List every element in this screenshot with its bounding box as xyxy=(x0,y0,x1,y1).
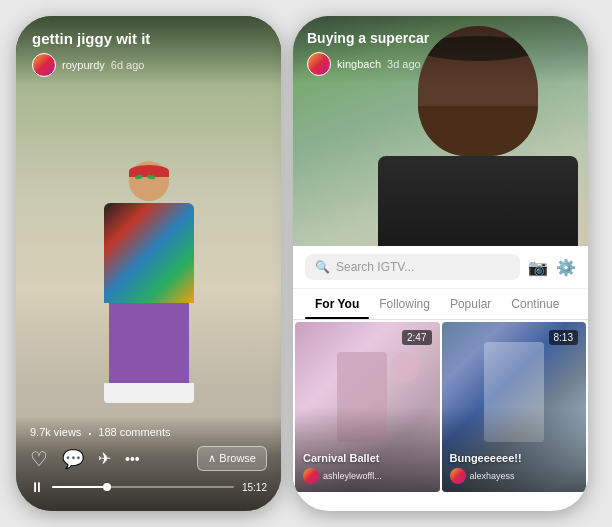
browse-chevron: ∧ xyxy=(208,452,219,464)
left-bottom-bar: 9.7k views • 188 comments ♡ 💬 ✈ ••• ∧ Br… xyxy=(16,416,281,511)
browse-button[interactable]: ∧ Browse xyxy=(197,446,267,471)
right-user-row: kingbach 3d ago xyxy=(307,52,574,76)
pause-icon[interactable]: ⏸ xyxy=(30,479,44,495)
right-top-bar: Buying a supercar kingbach 3d ago xyxy=(293,16,588,84)
search-bar: 🔍 Search IGTV... 📷 ⚙️ xyxy=(293,246,588,289)
browse-label: Browse xyxy=(219,452,256,464)
search-input-wrap[interactable]: 🔍 Search IGTV... xyxy=(305,254,520,280)
actions-row: ♡ 💬 ✈ ••• ∧ Browse xyxy=(30,446,267,471)
comments-count: 188 comments xyxy=(98,426,170,438)
card-2-username: alexhayess xyxy=(470,471,515,481)
views-count: 9.7k views xyxy=(30,426,81,438)
right-hero: Buying a supercar kingbach 3d ago xyxy=(293,16,588,246)
card-1-user-row: ashleylewoffl... xyxy=(303,468,432,484)
right-username: kingbach xyxy=(337,58,381,70)
phone-right: Buying a supercar kingbach 3d ago 🔍 Sear… xyxy=(293,16,588,511)
share-icon[interactable]: ✈ xyxy=(98,449,111,468)
left-user-row: roypurdy 6d ago xyxy=(32,53,265,77)
card-1-duration: 2:47 xyxy=(402,330,431,345)
comment-icon[interactable]: 💬 xyxy=(62,448,84,470)
tabs-row: For You Following Popular Continue xyxy=(293,289,588,320)
left-avatar xyxy=(32,53,56,77)
card-1-bottom: Carnival Ballet ashleylewoffl... xyxy=(295,444,440,492)
videos-grid: 2:47 Carnival Ballet ashleylewoffl... 8: xyxy=(293,320,588,494)
progress-fill xyxy=(52,486,107,488)
left-top-bar: gettin jiggy wit it roypurdy 6d ago xyxy=(16,16,281,85)
separator: • xyxy=(88,429,91,438)
camera-icon[interactable]: 📷 xyxy=(528,258,548,277)
card-1-username: ashleylewoffl... xyxy=(323,471,382,481)
video-card-2[interactable]: 8:13 Bungeeeeee!! alexhayess xyxy=(442,322,587,492)
progress-bar-container: ⏸ 15:12 xyxy=(30,479,267,495)
card-2-avatar xyxy=(450,468,466,484)
header-icons: 📷 ⚙️ xyxy=(528,258,576,277)
card-2-title: Bungeeeeee!! xyxy=(450,452,579,464)
tab-continue[interactable]: Continue xyxy=(501,289,569,319)
right-video-title: Buying a supercar xyxy=(307,30,574,46)
card-2-bottom: Bungeeeeee!! alexhayess xyxy=(442,444,587,492)
video-card-1[interactable]: 2:47 Carnival Ballet ashleylewoffl... xyxy=(295,322,440,492)
igtv-content: 🔍 Search IGTV... 📷 ⚙️ For You Following … xyxy=(293,246,588,494)
settings-icon[interactable]: ⚙️ xyxy=(556,258,576,277)
search-placeholder: Search IGTV... xyxy=(336,260,414,274)
action-icons: ♡ 💬 ✈ ••• xyxy=(30,447,140,471)
left-username: roypurdy xyxy=(62,59,105,71)
right-avatar xyxy=(307,52,331,76)
right-user-age: 3d ago xyxy=(387,58,421,70)
stats-row: 9.7k views • 188 comments xyxy=(30,426,267,438)
progress-track[interactable] xyxy=(52,486,234,488)
tab-popular[interactable]: Popular xyxy=(440,289,501,319)
app-container: gettin jiggy wit it roypurdy 6d ago 9.7k… xyxy=(0,0,612,527)
card-2-user-row: alexhayess xyxy=(450,468,579,484)
tab-following[interactable]: Following xyxy=(369,289,440,319)
card-1-title: Carnival Ballet xyxy=(303,452,432,464)
card-2-duration: 8:13 xyxy=(549,330,578,345)
more-icon[interactable]: ••• xyxy=(125,451,140,467)
tab-for-you[interactable]: For You xyxy=(305,289,369,319)
like-icon[interactable]: ♡ xyxy=(30,447,48,471)
left-video-title: gettin jiggy wit it xyxy=(32,30,265,47)
search-icon: 🔍 xyxy=(315,260,330,274)
left-user-age: 6d ago xyxy=(111,59,145,71)
phone-left: gettin jiggy wit it roypurdy 6d ago 9.7k… xyxy=(16,16,281,511)
card-1-avatar xyxy=(303,468,319,484)
video-duration: 15:12 xyxy=(242,482,267,493)
